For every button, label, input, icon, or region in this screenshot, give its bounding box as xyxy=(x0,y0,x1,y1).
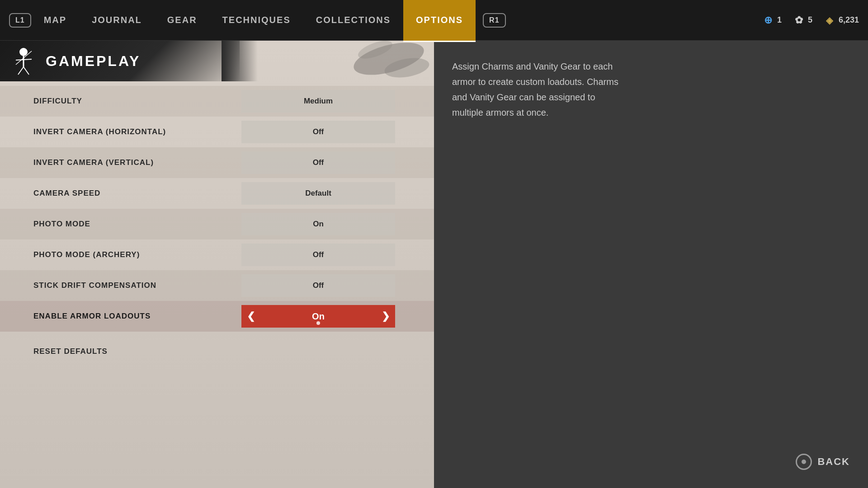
settings-list: DIFFICULTY Medium INVERT CAMERA (HORIZON… xyxy=(0,81,434,336)
svg-point-0 xyxy=(350,41,427,81)
arrow-right-button[interactable]: ❯ xyxy=(382,310,390,322)
setting-label-photo-mode-archery: PHOTO MODE (ARCHERY) xyxy=(33,250,241,259)
back-label: BACK xyxy=(817,456,850,468)
nav-left: L1 MAP JOURNAL GEAR TECHNIQUES COLLECTIO… xyxy=(9,0,506,41)
reset-defaults-row[interactable]: RESET DEFAULTS xyxy=(0,336,434,367)
description-text: Assign Charms and Vanity Gear to each ar… xyxy=(452,59,624,120)
setting-value-camera-speed[interactable]: Default xyxy=(241,182,395,205)
nav-right: ⊕ 1 ✿ 5 ◈ 6,231 xyxy=(762,14,859,27)
hud-circles: ⊕ 1 xyxy=(762,14,782,27)
setting-label-difficulty: DIFFICULTY xyxy=(33,97,241,106)
left-panel: GAMEPLAY DIFFICULTY Medium INVERT CAMERA… xyxy=(0,41,434,488)
main-content: GAMEPLAY DIFFICULTY Medium INVERT CAMERA… xyxy=(0,41,868,488)
setting-row-difficulty[interactable]: DIFFICULTY Medium xyxy=(0,86,434,117)
nav-item-gear[interactable]: GEAR xyxy=(155,0,210,41)
setting-value-armor-loadouts[interactable]: ❮ On ❯ xyxy=(241,305,395,328)
setting-label-armor-loadouts: ENABLE ARMOR LOADOUTS xyxy=(33,312,241,321)
setting-row-invert-v[interactable]: INVERT CAMERA (VERTICAL) Off xyxy=(0,147,434,178)
back-circle-icon xyxy=(796,454,812,470)
setting-row-invert-h[interactable]: INVERT CAMERA (HORIZONTAL) Off xyxy=(0,117,434,147)
setting-row-camera-speed[interactable]: CAMERA SPEED Default xyxy=(0,178,434,209)
nav-items: MAP JOURNAL GEAR TECHNIQUES COLLECTIONS … xyxy=(31,0,476,41)
navigation-bar: L1 MAP JOURNAL GEAR TECHNIQUES COLLECTIO… xyxy=(0,0,868,41)
svg-point-2 xyxy=(356,41,394,62)
setting-label-invert-h: INVERT CAMERA (HORIZONTAL) xyxy=(33,127,241,136)
value-selector: ❮ On ❯ xyxy=(241,310,395,322)
setting-value-photo-mode[interactable]: On xyxy=(241,213,395,235)
nav-item-techniques[interactable]: TECHNIQUES xyxy=(210,0,303,41)
setting-row-photo-mode-archery[interactable]: PHOTO MODE (ARCHERY) Off xyxy=(0,239,434,270)
circles-icon: ⊕ xyxy=(762,14,774,27)
armor-loadouts-value: On xyxy=(312,311,325,322)
setting-value-invert-h[interactable]: Off xyxy=(241,121,395,143)
gameplay-title: GAMEPLAY xyxy=(46,53,141,70)
setting-value-difficulty[interactable]: Medium xyxy=(241,90,395,113)
setting-value-invert-v[interactable]: Off xyxy=(241,151,395,174)
nav-item-collections[interactable]: COLLECTIONS xyxy=(303,0,403,41)
setting-value-photo-mode-archery[interactable]: Off xyxy=(241,244,395,266)
reset-defaults-label: RESET DEFAULTS xyxy=(33,347,108,356)
flowers-count: 5 xyxy=(808,15,812,25)
hud-coins: ◈ 6,231 xyxy=(823,14,859,27)
flowers-icon: ✿ xyxy=(793,14,805,27)
svg-line-5 xyxy=(16,59,32,60)
back-button[interactable]: BACK xyxy=(796,454,850,470)
value-indicator-dot xyxy=(316,321,320,325)
setting-label-stick-drift: STICK DRIFT COMPENSATION xyxy=(33,281,241,290)
setting-row-stick-drift[interactable]: STICK DRIFT COMPENSATION Off xyxy=(0,270,434,301)
nav-item-options[interactable]: OPTIONS xyxy=(403,0,476,41)
nav-item-journal[interactable]: JOURNAL xyxy=(79,0,155,41)
r1-trigger-button[interactable]: R1 xyxy=(483,13,505,28)
setting-row-photo-mode[interactable]: PHOTO MODE On xyxy=(0,209,434,239)
arrow-left-button[interactable]: ❮ xyxy=(247,310,255,322)
gameplay-samurai-icon xyxy=(9,47,38,76)
nav-item-map[interactable]: MAP xyxy=(31,0,79,41)
svg-line-6 xyxy=(18,67,24,75)
right-panel: Assign Charms and Vanity Gear to each ar… xyxy=(434,41,868,488)
coins-icon: ◈ xyxy=(823,14,836,27)
setting-label-invert-v: INVERT CAMERA (VERTICAL) xyxy=(33,158,241,167)
circles-count: 1 xyxy=(777,15,782,25)
svg-line-7 xyxy=(24,67,29,75)
setting-label-camera-speed: CAMERA SPEED xyxy=(33,189,241,198)
l1-trigger-button[interactable]: L1 xyxy=(9,13,31,28)
svg-point-3 xyxy=(20,48,27,56)
coins-count: 6,231 xyxy=(839,15,859,25)
svg-point-1 xyxy=(383,55,430,81)
gameplay-header: GAMEPLAY xyxy=(0,41,240,81)
back-circle-inner xyxy=(802,460,806,464)
setting-label-photo-mode: PHOTO MODE xyxy=(33,220,241,229)
setting-value-stick-drift[interactable]: Off xyxy=(241,274,395,297)
hud-flowers: ✿ 5 xyxy=(793,14,812,27)
setting-row-armor-loadouts[interactable]: ENABLE ARMOR LOADOUTS ❮ On ❯ xyxy=(0,301,434,332)
